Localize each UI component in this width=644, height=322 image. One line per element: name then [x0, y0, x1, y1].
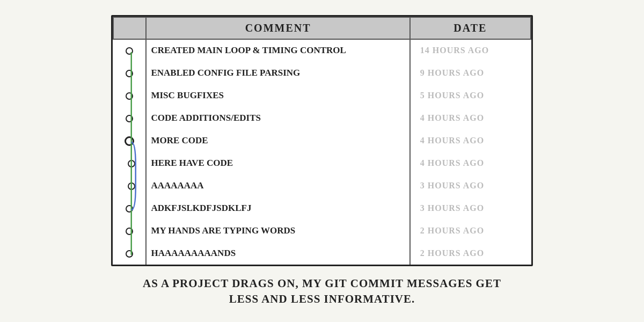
commit-comment: HERE HAVE CODE	[146, 152, 409, 174]
graph-cell	[113, 152, 146, 174]
col-header-comment: COMMENT	[146, 17, 409, 39]
graph-cell	[113, 129, 146, 152]
commit-comment: AAAAAAAA	[146, 174, 409, 197]
commit-dot	[126, 228, 133, 235]
commit-dot	[126, 47, 133, 55]
commit-comment: ENABLED CONFIG FILE PARSING	[146, 62, 409, 84]
table-row: CREATED MAIN LOOP & TIMING CONTROL14 HOU…	[113, 39, 531, 62]
commit-comment: CREATED MAIN LOOP & TIMING CONTROL	[146, 39, 409, 62]
commit-dot	[126, 70, 133, 77]
table-row: ENABLED CONFIG FILE PARSING9 HOURS AGO	[113, 62, 531, 84]
graph-cell	[113, 62, 146, 84]
table-row: HAAAAAAAAANDS2 HOURS AGO	[113, 242, 531, 265]
commit-date: 2 HOURS AGO	[410, 242, 531, 265]
commit-date: 4 HOURS AGO	[410, 107, 531, 129]
commit-date: 3 HOURS AGO	[410, 197, 531, 219]
graph-cell	[113, 242, 146, 265]
commit-comment: MORE CODE	[146, 129, 409, 152]
commit-dot	[126, 205, 133, 213]
table-row: CODE ADDITIONS/EDITS4 HOURS AGO	[113, 107, 531, 129]
commit-comment: HAAAAAAAAANDS	[146, 242, 409, 265]
col-header-graph	[113, 17, 146, 39]
table-row: HERE HAVE CODE4 HOURS AGO	[113, 152, 531, 174]
table-row: ADKFJSLKDFJSDKLFJ3 HOURS AGO	[113, 197, 531, 219]
commit-date: 3 HOURS AGO	[410, 174, 531, 197]
table-row: MY HANDS ARE TYPING WORDS2 HOURS AGO	[113, 219, 531, 242]
commit-date: 2 HOURS AGO	[410, 219, 531, 242]
commit-dot	[126, 92, 133, 100]
table-wrapper: COMMENT DATE CREATED MAIN LOOP & TIMING …	[111, 15, 533, 266]
commit-comment: ADKFJSLKDFJSDKLFJ	[146, 197, 409, 219]
table-row: MORE CODE4 HOURS AGO	[113, 129, 531, 152]
commit-dot	[125, 136, 134, 146]
graph-cell	[113, 107, 146, 129]
commit-date: 4 HOURS AGO	[410, 152, 531, 174]
commit-date: 14 HOURS AGO	[410, 39, 531, 62]
commit-comment: CODE ADDITIONS/EDITS	[146, 107, 409, 129]
commit-dot	[128, 182, 135, 190]
graph-cell	[113, 219, 146, 242]
commit-comment: MY HANDS ARE TYPING WORDS	[146, 219, 409, 242]
commit-dot	[126, 250, 133, 258]
caption-text: AS A PROJECT DRAGS ON, MY GIT COMMIT MES…	[134, 276, 510, 308]
graph-cell	[113, 197, 146, 219]
col-header-date: DATE	[410, 17, 531, 39]
main-container: COMMENT DATE CREATED MAIN LOOP & TIMING …	[111, 15, 533, 308]
table-row: MISC BUGFIXES5 HOURS AGO	[113, 84, 531, 107]
commit-date: 9 HOURS AGO	[410, 62, 531, 84]
commit-date: 5 HOURS AGO	[410, 84, 531, 107]
commit-comment: MISC BUGFIXES	[146, 84, 409, 107]
commit-dot	[126, 115, 133, 122]
graph-cell	[113, 39, 146, 62]
graph-cell	[113, 174, 146, 197]
graph-cell	[113, 84, 146, 107]
commit-dot	[128, 160, 135, 167]
commit-date: 4 HOURS AGO	[410, 129, 531, 152]
table-row: AAAAAAAA3 HOURS AGO	[113, 174, 531, 197]
commits-table: COMMENT DATE CREATED MAIN LOOP & TIMING …	[113, 17, 531, 265]
